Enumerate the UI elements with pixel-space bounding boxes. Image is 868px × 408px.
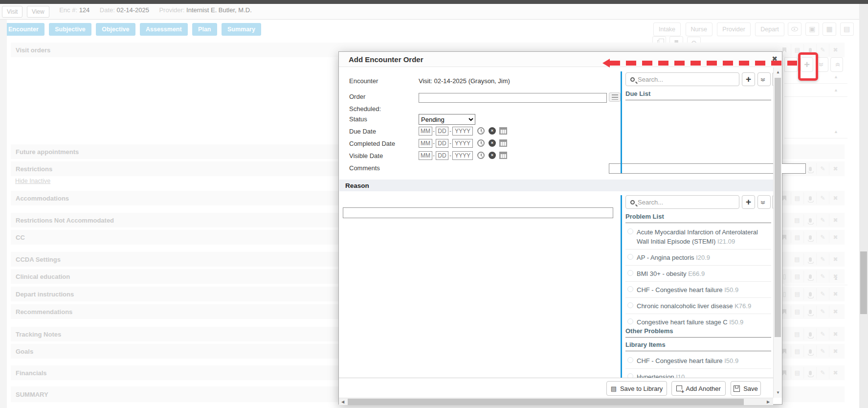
radio-icon[interactable]: [627, 286, 633, 292]
pencil-icon[interactable]: ✎: [816, 231, 829, 243]
clock-icon[interactable]: [477, 139, 485, 147]
radio-icon[interactable]: [627, 318, 633, 324]
tab-nurse[interactable]: Nurse: [686, 23, 712, 36]
scroll-left-arrow[interactable]: ◀: [339, 398, 347, 406]
eye-icon[interactable]: [788, 23, 801, 36]
pencil-icon[interactable]: ✎: [816, 163, 829, 175]
microphone-icon[interactable]: [803, 328, 816, 340]
pencil-icon[interactable]: ✎: [816, 288, 829, 300]
pencil-icon[interactable]: ✎: [816, 214, 829, 226]
order-list-button[interactable]: [609, 92, 621, 102]
reason-input[interactable]: [343, 207, 613, 218]
completed-date-mm-input[interactable]: [419, 139, 432, 148]
page-scrollbar-thumb[interactable]: [860, 251, 867, 314]
problem-list-item[interactable]: AP - Angina pectoris I20.9: [625, 249, 771, 266]
microphone-icon[interactable]: [803, 306, 816, 317]
clock-icon[interactable]: [477, 152, 485, 159]
clear-date-icon[interactable]: ×: [489, 127, 496, 135]
expand-due-list-button[interactable]: »: [757, 72, 771, 86]
visit-tab[interactable]: Visit: [2, 6, 22, 18]
pencil-icon[interactable]: ✎: [816, 253, 829, 265]
scroll-right-arrow[interactable]: ▶: [764, 398, 772, 406]
x-icon[interactable]: ✖: [829, 328, 842, 340]
add-due-item-button[interactable]: +: [742, 72, 755, 86]
problem-search-input[interactable]: [638, 199, 726, 206]
problem-list-item[interactable]: Chronic nonalcoholic liver disease K76.9: [625, 298, 771, 314]
scroll-down-arrow[interactable]: ▼: [774, 389, 782, 397]
collapse-arrow-icon[interactable]: ▲: [834, 129, 838, 134]
book-icon[interactable]: ▤: [791, 328, 803, 340]
library-list-item[interactable]: Hypertension I10: [625, 369, 771, 378]
tab-objective[interactable]: Objective: [96, 23, 135, 36]
due-date-yyyy-input[interactable]: [452, 127, 473, 136]
pencil-icon[interactable]: ✎: [816, 367, 829, 379]
microphone-icon[interactable]: [803, 214, 816, 226]
radio-icon[interactable]: [627, 270, 633, 276]
microphone-icon[interactable]: [803, 367, 816, 379]
microphone-icon[interactable]: [803, 253, 816, 265]
x-icon[interactable]: ✖: [829, 231, 842, 243]
collapse-arrow-icon[interactable]: ▲: [834, 88, 838, 92]
microphone-icon[interactable]: [803, 288, 816, 300]
x-icon[interactable]: ✖: [829, 288, 842, 300]
clock-icon[interactable]: [477, 127, 485, 135]
book-icon[interactable]: ▤: [791, 271, 803, 282]
order-input[interactable]: [419, 93, 607, 103]
radio-icon[interactable]: [627, 373, 633, 378]
x-icon[interactable]: ✖: [829, 163, 842, 175]
pencil-icon[interactable]: ✎: [816, 306, 829, 317]
book-icon[interactable]: ▤: [791, 192, 803, 204]
dialog-horizontal-scrollbar[interactable]: ◀ ▶: [339, 398, 773, 405]
collapse-arrow-icon[interactable]: ▲: [834, 276, 838, 281]
horizontal-scroll-thumb[interactable]: [348, 399, 744, 405]
due-date-dd-input[interactable]: [436, 127, 448, 136]
archive-icon[interactable]: ▣: [805, 23, 819, 36]
x-icon[interactable]: ✖: [829, 345, 842, 357]
radio-icon[interactable]: [627, 357, 633, 363]
collapse-arrow-icon[interactable]: ▲: [834, 74, 838, 79]
problem-list-item[interactable]: Acute Myocardial Infarction of Anterolat…: [625, 224, 771, 249]
add-another-button[interactable]: Add Another: [671, 381, 726, 396]
x-icon[interactable]: ✖: [829, 44, 842, 56]
book-icon[interactable]: ▤: [791, 253, 803, 265]
problem-list-item[interactable]: Congestive heart failure stage C I50.9: [625, 314, 771, 327]
tab-assessment[interactable]: Assessment: [140, 23, 188, 36]
book-icon[interactable]: ▤: [840, 23, 854, 36]
vertical-scroll-thumb[interactable]: [775, 78, 781, 337]
tab-summary[interactable]: Summary: [222, 23, 261, 36]
due-date-mm-input[interactable]: [419, 127, 432, 136]
due-search-input[interactable]: [638, 76, 726, 83]
save-to-library-button[interactable]: ▤ Save to Library: [606, 381, 667, 396]
x-icon[interactable]: ✖: [829, 306, 842, 317]
radio-icon[interactable]: [627, 228, 633, 234]
tab-plan[interactable]: Plan: [192, 23, 217, 36]
view-tab[interactable]: View: [27, 6, 49, 18]
due-search-box[interactable]: [625, 72, 739, 86]
microphone-icon[interactable]: [803, 231, 816, 243]
calendar-icon[interactable]: [499, 127, 507, 135]
x-icon[interactable]: ✖: [829, 253, 842, 265]
completed-date-dd-input[interactable]: [436, 139, 448, 148]
x-icon[interactable]: ✖: [829, 367, 842, 379]
clear-date-icon[interactable]: ×: [489, 139, 496, 147]
calendar-check-icon[interactable]: ▦: [823, 23, 836, 36]
problem-list-item[interactable]: CHF - Congestive heart failure I50.9: [625, 282, 771, 298]
x-icon[interactable]: ✖: [829, 192, 842, 204]
dialog-vertical-scrollbar[interactable]: ▲ ▼: [773, 68, 782, 398]
page-scrollbar-track[interactable]: [859, 4, 868, 408]
microphone-icon[interactable]: [803, 345, 816, 357]
tab-encounter[interactable]: Encounter: [2, 23, 45, 36]
tab-provider[interactable]: Provider: [717, 23, 751, 36]
status-select[interactable]: Pending: [419, 114, 475, 125]
radio-icon[interactable]: [627, 254, 633, 260]
pencil-icon[interactable]: ✎: [816, 192, 829, 204]
pencil-icon[interactable]: ✎: [816, 271, 829, 282]
x-icon[interactable]: ✖: [829, 214, 842, 226]
expand-problem-list-button[interactable]: »: [757, 195, 771, 209]
book-icon[interactable]: ▤: [791, 231, 803, 243]
tab-depart[interactable]: Depart: [755, 23, 784, 36]
visible-date-mm-input[interactable]: [419, 151, 432, 160]
microphone-icon[interactable]: [803, 192, 816, 204]
book-icon[interactable]: ▤: [791, 306, 803, 317]
radio-icon[interactable]: [627, 302, 633, 308]
